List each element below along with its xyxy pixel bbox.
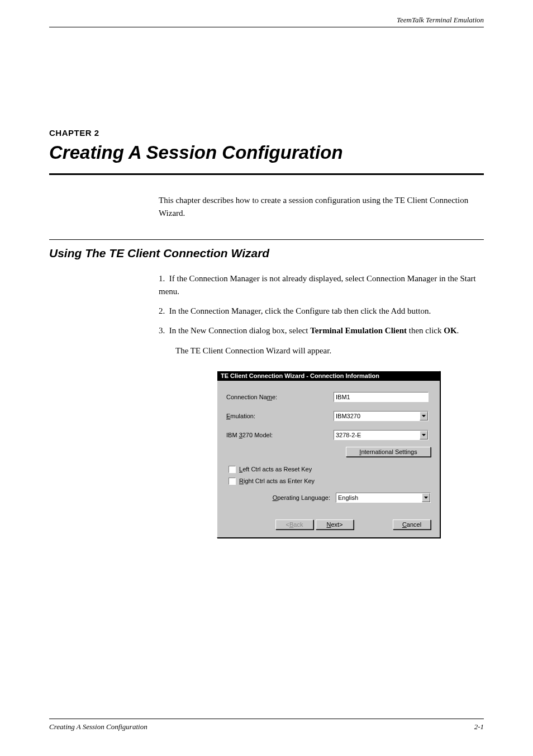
intro-paragraph: This chapter describes how to create a s… [159, 194, 484, 220]
section-rule [49, 239, 484, 240]
svg-marker-1 [422, 434, 426, 436]
right-ctrl-label: Right Ctrl acts as Enter Key [239, 478, 315, 484]
chevron-down-icon[interactable] [420, 412, 428, 420]
chevron-down-icon[interactable] [420, 431, 428, 440]
emulation-select[interactable]: IBM3270 [334, 411, 429, 421]
step-1: 1. If the Connection Manager is not alre… [159, 272, 484, 299]
connection-name-label: Connection Name: [226, 394, 334, 400]
left-ctrl-checkbox-row[interactable]: Left Ctrl acts as Reset Key [226, 466, 431, 473]
model-select[interactable]: 3278-2-E [334, 430, 429, 440]
chapter-rule [49, 173, 484, 175]
step-2-text: In the Connection Manager, click the Con… [169, 306, 431, 315]
checkbox-icon[interactable] [229, 478, 236, 485]
step-1-num: 1. [159, 274, 165, 283]
section-title: Using The TE Client Connection Wizard [49, 247, 484, 260]
footer-page-number: 2-1 [474, 722, 484, 731]
back-button: <Back [275, 519, 313, 530]
step-3-c: then click [407, 326, 444, 335]
step-3-e: . [457, 326, 459, 335]
step-2: 2. In the Connection Manager, click the … [159, 305, 484, 318]
step-3-a: In the New Connection dialog box, select [169, 326, 310, 335]
svg-marker-0 [422, 415, 426, 417]
wizard-dialog: TE Client Connection Wizard - Connection… [217, 371, 440, 538]
next-button[interactable]: Next> [316, 519, 354, 530]
step-2-num: 2. [159, 306, 165, 315]
step-3-sub: The TE Client Connection Wizard will app… [175, 344, 484, 357]
model-label: IBM 3270 Model: [226, 432, 334, 438]
right-ctrl-checkbox-row[interactable]: Right Ctrl acts as Enter Key [226, 478, 431, 485]
step-3-num: 3. [159, 326, 165, 335]
chapter-title: Creating A Session Configuration [49, 142, 484, 163]
model-value: 3278-2-E [336, 432, 361, 438]
checkbox-icon[interactable] [229, 466, 236, 473]
top-rule [49, 27, 484, 27]
emulation-label: Emulation: [226, 413, 334, 419]
footer-left: Creating A Session Configuration [49, 722, 147, 731]
emulation-value: IBM3270 [336, 413, 360, 419]
step-3: 3. In the New Connection dialog box, sel… [159, 324, 484, 337]
international-settings-button[interactable]: International Settings [346, 447, 431, 457]
chapter-number: CHAPTER 2 [49, 128, 484, 138]
left-ctrl-label: Left Ctrl acts as Reset Key [239, 466, 312, 472]
operating-language-select[interactable]: English [336, 493, 431, 503]
header-running-title: TeemTalk Terminal Emulation [397, 16, 484, 25]
dialog-titlebar: TE Client Connection Wizard - Connection… [217, 371, 440, 381]
operating-language-value: English [338, 494, 358, 501]
connection-name-input[interactable] [334, 392, 429, 402]
cancel-button[interactable]: Cancel [393, 519, 431, 530]
operating-language-label: Operating Language: [273, 494, 330, 501]
step-3-b: Terminal Emulation Client [310, 326, 407, 335]
step-1-text: If the Connection Manager is not already… [159, 274, 476, 296]
step-3-d: OK [444, 326, 456, 335]
svg-marker-2 [424, 497, 428, 499]
chevron-down-icon[interactable] [422, 493, 430, 502]
